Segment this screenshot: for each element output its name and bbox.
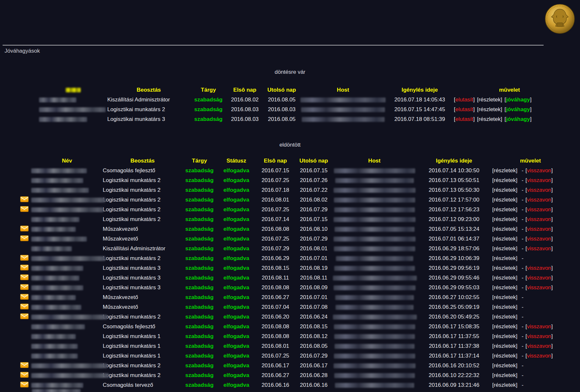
revoke-link[interactable]: [visszavon] bbox=[525, 226, 553, 232]
host-blur bbox=[300, 98, 386, 102]
revoke-link[interactable]: [visszavon] bbox=[525, 275, 553, 281]
position-cell: Logisztikai munkatárs 2 bbox=[103, 314, 182, 320]
revoke-link[interactable]: [visszavon] bbox=[525, 343, 553, 349]
name-blur bbox=[31, 354, 78, 359]
last-day-cell: 2016.06.24 bbox=[295, 314, 333, 320]
details-link[interactable]: [részletek] bbox=[492, 167, 518, 174]
details-link[interactable]: [részletek] bbox=[492, 236, 518, 242]
details-link[interactable]: [részletek] bbox=[492, 226, 518, 232]
last-day-cell: 2016.07.29 bbox=[295, 206, 333, 213]
envelope-icon bbox=[20, 226, 29, 233]
details-link[interactable]: [részletek] bbox=[492, 197, 518, 203]
employee-name-redacted bbox=[31, 217, 103, 222]
details-link-label: részletek bbox=[494, 314, 516, 320]
first-day-cell: 2016.06.20 bbox=[256, 314, 295, 320]
revoke-link[interactable]: [visszavon] bbox=[525, 197, 553, 203]
revoke-link[interactable]: [visszavon] bbox=[525, 167, 553, 174]
revoke-link[interactable]: [visszavon] bbox=[525, 177, 553, 183]
position-cell: Csomagolás fejlesztő bbox=[103, 167, 182, 174]
details-link[interactable]: [részletek] bbox=[492, 255, 518, 261]
details-link[interactable]: [részletek] bbox=[492, 382, 518, 388]
dash-separator: - bbox=[522, 245, 524, 252]
dash-separator: - bbox=[522, 197, 524, 203]
request-time-cell: 2016.07.12 17:56:23 bbox=[416, 206, 492, 213]
revoke-link[interactable]: [visszavon] bbox=[525, 323, 553, 330]
details-link[interactable]: [részletek] bbox=[492, 294, 518, 300]
envelope-icon bbox=[20, 382, 29, 389]
details-link[interactable]: [részletek] bbox=[492, 343, 518, 349]
details-link[interactable]: [részletek] bbox=[492, 275, 518, 281]
details-link[interactable]: [részletek] bbox=[492, 245, 518, 252]
details-link[interactable]: [részletek] bbox=[492, 314, 518, 320]
host-redacted bbox=[333, 217, 416, 222]
last-day-cell: 2016.08.19 bbox=[295, 265, 333, 271]
revoke-link[interactable]: [visszavon] bbox=[525, 284, 553, 291]
details-link[interactable]: [részletek] bbox=[477, 106, 502, 112]
request-time-cell: 2016.06.20 05:49:25 bbox=[416, 314, 492, 320]
column-header-utolso-nap: Utolsó nap bbox=[263, 87, 300, 93]
bracket-close: ] bbox=[516, 177, 518, 183]
dash-separator: - bbox=[522, 294, 524, 300]
status-cell: elfogadva bbox=[217, 236, 256, 242]
details-link-label: részletek bbox=[494, 226, 516, 232]
bracket-close: ] bbox=[516, 362, 518, 369]
host-blur bbox=[334, 334, 415, 339]
first-day-cell: 2016.06.29 bbox=[256, 255, 295, 262]
reject-link[interactable]: [elutasít] bbox=[454, 116, 475, 122]
position-cell: Logisztikai munkatárs 2 bbox=[103, 372, 182, 379]
employee-name-redacted bbox=[31, 363, 103, 368]
bracket-close: ] bbox=[530, 97, 532, 103]
employee-name-redacted bbox=[31, 295, 103, 300]
reject-link[interactable]: [elutasít] bbox=[454, 97, 475, 103]
revoke-link-label: visszavon bbox=[527, 284, 551, 291]
first-day-cell: 2016.06.16 bbox=[256, 382, 295, 388]
revoke-link[interactable]: [visszavon] bbox=[525, 216, 553, 222]
reject-link[interactable]: [elutasít] bbox=[454, 106, 475, 112]
revoke-link[interactable]: [visszavon] bbox=[525, 245, 553, 252]
request-time-cell: 2016.06.29 09:55:46 bbox=[416, 275, 492, 281]
details-link[interactable]: [részletek] bbox=[492, 372, 518, 378]
details-link[interactable]: [részletek] bbox=[477, 97, 502, 103]
position-cell: Logisztikai munkatárs 2 bbox=[103, 216, 182, 223]
details-link[interactable]: [részletek] bbox=[492, 304, 518, 310]
host-blur bbox=[335, 178, 414, 183]
details-link[interactable]: [részletek] bbox=[492, 216, 518, 222]
host-redacted bbox=[333, 198, 416, 203]
details-link[interactable]: [részletek] bbox=[477, 116, 502, 122]
details-link[interactable]: [részletek] bbox=[492, 333, 518, 339]
approve-link[interactable]: [jóváhagy] bbox=[505, 106, 532, 112]
details-link[interactable]: [részletek] bbox=[492, 353, 518, 359]
dash-separator: - bbox=[522, 167, 524, 174]
column-header-igenyles-ideje: Igénylés ideje bbox=[416, 158, 492, 164]
status-cell: elfogadva bbox=[217, 255, 256, 262]
request-time-cell: 2016.07.14 10:30:50 bbox=[416, 167, 492, 174]
details-link[interactable]: [részletek] bbox=[492, 284, 518, 291]
details-link[interactable]: [részletek] bbox=[492, 362, 518, 369]
details-link[interactable]: [részletek] bbox=[492, 187, 518, 193]
position-cell: Logisztikai munkatárs 2 bbox=[103, 362, 182, 369]
revoke-link[interactable]: [visszavon] bbox=[525, 206, 553, 213]
dash-separator: - bbox=[522, 226, 524, 232]
employee-name-redacted bbox=[39, 107, 107, 112]
employee-name-redacted bbox=[31, 373, 103, 378]
revoke-link[interactable]: [visszavon] bbox=[525, 265, 553, 271]
revoke-link[interactable]: [visszavon] bbox=[525, 353, 553, 359]
approve-link[interactable]: [jóváhagy] bbox=[505, 116, 532, 122]
table-row: Logisztikai munkatárs 3szabadságelfogadv… bbox=[0, 283, 580, 293]
details-link[interactable]: [részletek] bbox=[492, 323, 518, 330]
bracket-close: ] bbox=[516, 255, 518, 261]
approve-link[interactable]: [jóváhagy] bbox=[505, 97, 532, 103]
first-day-cell: 2016.07.15 bbox=[256, 167, 295, 174]
name-blur bbox=[31, 188, 89, 193]
details-link[interactable]: [részletek] bbox=[492, 206, 518, 213]
envelope-icon bbox=[20, 313, 29, 321]
bracket-close: ] bbox=[516, 236, 518, 242]
status-cell: elfogadva bbox=[217, 265, 256, 271]
name-blur bbox=[31, 246, 72, 251]
bracket-close: ] bbox=[516, 226, 518, 232]
revoke-link[interactable]: [visszavon] bbox=[525, 333, 553, 339]
revoke-link[interactable]: [visszavon] bbox=[525, 187, 553, 193]
revoke-link[interactable]: [visszavon] bbox=[525, 236, 553, 242]
details-link[interactable]: [részletek] bbox=[492, 265, 518, 271]
details-link[interactable]: [részletek] bbox=[492, 177, 518, 183]
